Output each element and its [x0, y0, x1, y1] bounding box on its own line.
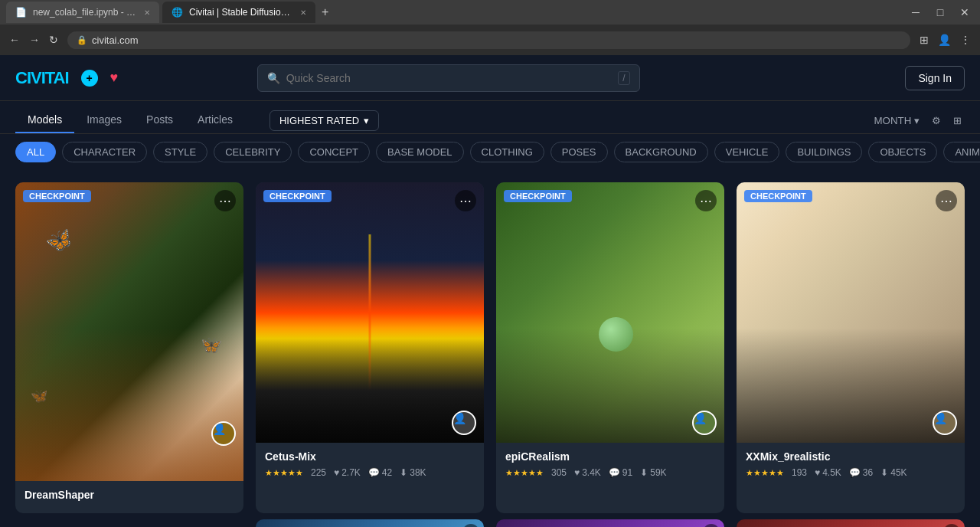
- search-box[interactable]: 🔍 /: [257, 64, 640, 92]
- comment-icon: 💬: [368, 467, 380, 478]
- browser-tabs: 📄 new_colab_file.ipynb - Collabora... ✕ …: [6, 2, 903, 23]
- minimize-button[interactable]: ─: [906, 3, 925, 21]
- cat-clothing[interactable]: CLOTHING: [470, 142, 544, 162]
- reload-button[interactable]: ↻: [46, 31, 61, 49]
- logo-plus-button[interactable]: +: [81, 70, 98, 87]
- tab2-close[interactable]: ✕: [300, 8, 306, 17]
- civitai-app: CIVITAI + ♥ 🔍 / Sign In Models Images Po…: [0, 55, 980, 527]
- card3-stars: ★★★★★: [505, 468, 544, 478]
- card-xxmix[interactable]: CHECKPOINT ⋯ 👤 XXMix_9realistic ★★★★★ 19…: [737, 182, 965, 513]
- card2-comments: 💬 42: [368, 467, 392, 478]
- cat-objects[interactable]: OBJECTS: [868, 142, 937, 162]
- card1-menu[interactable]: ⋯: [214, 190, 236, 211]
- maximize-button[interactable]: □: [931, 3, 949, 21]
- card-dreamshaper[interactable]: CHECKPOINT ⋯ 🦋 🦋 🦋 👤 DreamShaper: [15, 182, 243, 513]
- cat-poses[interactable]: POSES: [550, 142, 608, 162]
- category-bar: ALL CHARACTER STYLE CELEBRITY CONCEPT BA…: [0, 134, 980, 170]
- card1-footer: DreamShaper: [15, 481, 243, 513]
- card2-likes: ♥ 2.7K: [334, 467, 361, 478]
- cat-all[interactable]: ALL: [15, 142, 56, 162]
- search-input[interactable]: [286, 72, 612, 84]
- close-button[interactable]: ✕: [956, 3, 974, 21]
- card4-comments: 💬 36: [849, 467, 873, 478]
- card2-stars: ★★★★★: [265, 468, 303, 478]
- chevron-down-icon: ▾: [364, 115, 369, 126]
- card4-stars: ★★★★★: [746, 468, 784, 478]
- site-header: CIVITAI + ♥ 🔍 / Sign In: [0, 55, 980, 101]
- address-bar[interactable]: 🔒 civitai.com: [67, 31, 910, 49]
- card1-gradient: [15, 328, 243, 481]
- tab-models[interactable]: Models: [15, 107, 74, 133]
- download-icon: ⬇: [880, 467, 888, 478]
- tab-articles[interactable]: Articles: [185, 107, 245, 133]
- cat-base-model[interactable]: BASE MODEL: [376, 142, 464, 162]
- comment-icon: 💬: [609, 467, 620, 478]
- card3-likes: ♥ 3.4K: [574, 467, 601, 478]
- cat-buildings[interactable]: BUILDINGS: [786, 142, 862, 162]
- browser-tab-2[interactable]: 🌐 Civitai | Stable Diffusion models... ✕: [162, 2, 315, 23]
- extensions-button[interactable]: ⊞: [916, 31, 932, 49]
- cat-animal[interactable]: ANIMAL: [943, 142, 980, 162]
- profile-button[interactable]: 👤: [935, 31, 954, 49]
- card1-image: 🦋 🦋 🦋 👤: [15, 182, 243, 481]
- tab-images[interactable]: Images: [74, 107, 134, 133]
- tab2-title: Civitai | Stable Diffusion models...: [189, 7, 294, 18]
- nav-buttons: ← → ↻: [6, 31, 61, 49]
- card3-stats: ★★★★★ 305 ♥ 3.4K 💬 91 ⬇ 59K: [505, 467, 715, 478]
- card3-title: epiCRealism: [505, 450, 715, 463]
- card2-light: [369, 234, 371, 391]
- card4-image: 👤: [737, 182, 965, 443]
- card-bottom-1[interactable]: CHECKPOINT ⋯: [256, 519, 484, 527]
- cat-background[interactable]: BACKGROUND: [614, 142, 708, 162]
- browser-titlebar: 📄 new_colab_file.ipynb - Collabora... ✕ …: [0, 0, 980, 25]
- new-tab-button[interactable]: +: [318, 5, 332, 19]
- card2-stats: ★★★★★ 225 ♥ 2.7K 💬 42 ⬇ 38K: [265, 467, 475, 478]
- card-bottom-2[interactable]: Updated CHECKPOINT ⋯: [496, 519, 724, 527]
- comment-icon: 💬: [849, 467, 861, 478]
- time-filter-button[interactable]: MONTH ▾: [871, 112, 923, 129]
- card-bottom-3[interactable]: CHECKPOINT ⋯: [737, 519, 965, 527]
- cat-vehicle[interactable]: VEHICLE: [714, 142, 780, 162]
- tab-posts[interactable]: Posts: [134, 107, 185, 133]
- tab1-close[interactable]: ✕: [144, 8, 150, 17]
- menu-button[interactable]: ⋮: [957, 31, 974, 49]
- lock-icon: 🔒: [77, 35, 87, 45]
- cat-celebrity[interactable]: CELEBRITY: [214, 142, 292, 162]
- browser-tab-1[interactable]: 📄 new_colab_file.ipynb - Collabora... ✕: [6, 2, 159, 23]
- search-icon: 🔍: [267, 72, 280, 84]
- layout-button[interactable]: ⊞: [950, 112, 965, 129]
- sign-in-button[interactable]: Sign In: [905, 66, 965, 90]
- bc2-image: [496, 519, 724, 527]
- cat-style[interactable]: STYLE: [153, 142, 207, 162]
- favorites-button[interactable]: ♥: [110, 70, 119, 86]
- card3-rating: 305: [551, 467, 567, 478]
- back-button[interactable]: ←: [6, 31, 23, 49]
- bc3-image: [737, 519, 965, 527]
- forward-button[interactable]: →: [26, 31, 43, 49]
- browser-chrome: 📄 new_colab_file.ipynb - Collabora... ✕ …: [0, 0, 980, 55]
- search-container: 🔍 /: [257, 64, 640, 92]
- card-cetus-mix[interactable]: CHECKPOINT ⋯ 👤 Cetus-Mix ★★★★★ 225 ♥ 2.7…: [256, 182, 484, 513]
- tab1-favicon: 📄: [15, 7, 27, 18]
- card1-badge: CHECKPOINT: [23, 190, 91, 202]
- card4-gradient: [737, 328, 965, 443]
- url-text: civitai.com: [92, 34, 139, 46]
- highest-rated-filter[interactable]: HIGHEST RATED ▾: [270, 110, 379, 131]
- browser-action-buttons: ⊞ 👤 ⋮: [916, 31, 974, 49]
- card2-menu[interactable]: ⋯: [455, 190, 476, 211]
- card4-badge: CHECKPOINT: [744, 190, 812, 202]
- card-epicrealism[interactable]: CHECKPOINT ⋯ 👤 epiCRealism ★★★★★ 305 ♥ 3…: [496, 182, 724, 513]
- nav-tabs-bar: Models Images Posts Articles HIGHEST RAT…: [0, 101, 980, 134]
- view-controls: MONTH ▾ ⚙ ⊞: [871, 112, 965, 129]
- card4-menu[interactable]: ⋯: [936, 190, 957, 211]
- header-right: Sign In: [905, 66, 965, 90]
- logo[interactable]: CIVITAI: [15, 68, 69, 88]
- card3-menu[interactable]: ⋯: [695, 190, 717, 211]
- cat-character[interactable]: CHARACTER: [62, 142, 147, 162]
- cat-concept[interactable]: CONCEPT: [298, 142, 370, 162]
- logo-text: CIVITAI: [15, 68, 69, 88]
- bubble-gum: [599, 317, 633, 352]
- card4-footer: XXMix_9realistic ★★★★★ 193 ♥ 4.5K 💬 36 ⬇…: [737, 443, 965, 486]
- card3-comments: 💬 91: [609, 467, 632, 478]
- filter-icon-button[interactable]: ⚙: [929, 112, 944, 129]
